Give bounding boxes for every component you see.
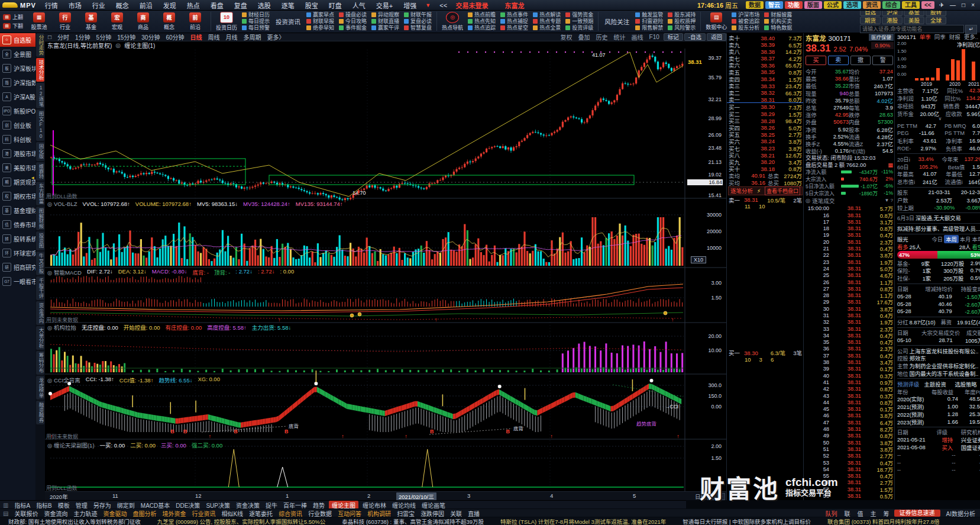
chart-button-叠加[interactable]: 叠加 — [575, 33, 593, 41]
ask-row[interactable]: 卖八38.3814.2万 — [727, 47, 804, 54]
sidebar-item-沪深A股[interactable]: A沪深A股∨ — [0, 89, 35, 104]
toolbar-link-一致预期[interactable]: 一致预期 — [565, 18, 593, 24]
vstrip-tab-龙虎榜单[interactable]: 龙虎榜单 — [36, 376, 44, 400]
trade-button-买[interactable]: 买 — [806, 56, 826, 65]
menu-collapse[interactable]: << — [434, 2, 452, 9]
toolbar-link-赢家早点[interactable]: 赢家早点 — [306, 12, 334, 18]
zoom-in-button[interactable]: + — [717, 493, 725, 500]
vstrip-tab-资金流向[interactable]: 资金流向 — [36, 301, 44, 325]
toolbar-link-财联直播[interactable]: 财联直播 — [371, 18, 399, 24]
toolbar-link-热点前瞻[interactable]: 热点前瞻 — [468, 12, 496, 18]
timeline-label[interactable]: 12 — [195, 492, 202, 499]
ask-row[interactable]: 卖六38.3665.6万 — [727, 61, 804, 68]
quick-button-<<[interactable]: << — [921, 1, 934, 9]
candlestick-chart[interactable]: 41.0714.70↑↑↑BBBBBB↑↑↑↑↑↑底背底背趋势底背→CCI — [45, 49, 726, 492]
toolbar-link-事件掘金[interactable]: 事件掘金 — [339, 25, 367, 31]
period-5分钟[interactable]: 5分钟 — [93, 33, 115, 41]
period-更多〉[interactable]: 更多〉 — [264, 33, 288, 41]
menu-人气[interactable]: 人气 — [347, 1, 371, 10]
timeline-label[interactable]: 2 — [367, 492, 370, 499]
search-input[interactable] — [860, 25, 964, 33]
sidebar-item-环球宏观[interactable]: 环环球宏观 — [0, 246, 35, 260]
chart-button-画线[interactable]: 画线 — [629, 33, 646, 41]
chart-button--自选[interactable]: -自选 — [684, 33, 706, 41]
trade-button-撤[interactable]: 撤 — [850, 56, 871, 65]
industry-tag[interactable]: 医疗保健 — [869, 34, 894, 41]
toolbar-link-财联早报[interactable]: 财联早报 — [306, 18, 334, 24]
view-depth-button[interactable]: 查看千档盘口 — [765, 186, 800, 195]
ask-row[interactable]: 卖四38.341.5万 — [727, 75, 804, 82]
sidebar-item-新股IPO[interactable]: IPO新股IPO — [0, 104, 35, 118]
timeline-label[interactable]: 3 — [467, 492, 470, 499]
toolbar-link-热点追踪[interactable]: 热点追踪 — [468, 25, 496, 31]
vstrip-tab-融资融券[interactable]: 融资融券 — [36, 401, 44, 424]
news-item[interactable]: 九芝堂 (000989) 公告, 控股股东、实际控制人李振国拟转让5.50%公 — [149, 517, 334, 525]
toolbar-link-异动观察[interactable]: 异动观察 — [371, 12, 399, 18]
quick-button-选项[interactable]: 选项 — [843, 1, 861, 9]
bid-row[interactable]: 买五38.252.7万 — [727, 130, 804, 137]
zoom-out-button[interactable]: − — [707, 493, 716, 500]
bid-row[interactable]: 买六38.243.8万 — [727, 137, 804, 144]
fin-tab-300171[interactable]: 300171 — [897, 34, 916, 40]
toolbar-link-热点先知[interactable]: 热点先知 — [468, 18, 496, 24]
chart-button-F10[interactable]: F10 — [646, 34, 662, 40]
toolbar-link-绝参早知[interactable]: 绝参早知 — [306, 25, 334, 31]
sidebar-item-债券市场[interactable]: 债债券市场 — [0, 217, 35, 231]
toolbar-link-热点事件[interactable]: 热点事件 — [500, 12, 528, 18]
news-item[interactable]: 联合集团 (00373) 料首四月纯利按年升27.8倍 — [819, 517, 948, 525]
ask-row[interactable]: 卖五38.350.8万 — [727, 68, 804, 75]
vstrip-tab-固化版[interactable]: 固化版 — [36, 142, 44, 161]
ask-row[interactable]: 卖七38.374.2万 — [727, 54, 804, 62]
toolbar-link-限售解禁[interactable]: 限售解禁 — [635, 25, 663, 31]
toolbar-link-被套追踪[interactable]: 被套追踪 — [732, 18, 759, 24]
toolbar-link-沪深市场[interactable]: 沪深市场 — [732, 12, 759, 18]
toolbar-link-每日预警[interactable]: 每日预警 — [242, 25, 270, 31]
toolbar-link-热点星空[interactable]: 热点星空 — [500, 25, 528, 31]
toolbar-big-行业[interactable]: 行行业 — [52, 10, 78, 33]
securities-info-button[interactable]: 证券信息速递 — [894, 510, 940, 517]
market-button-期货[interactable]: 期货 — [860, 17, 881, 24]
bid-row[interactable]: 买一38.307.3万 — [727, 103, 804, 110]
chart-button-返回[interactable]: 返回 — [707, 33, 726, 41]
menu-前沿[interactable]: 前沿 — [134, 1, 158, 10]
news-ticker[interactable]: 财政部: 国有土地使用权出让收入等划转税务部门征收九芝堂 (000989) 公告… — [0, 517, 980, 525]
bid-row[interactable]: 买四38.265.0万 — [727, 124, 804, 131]
market-button-全球[interactable]: 全球 — [926, 17, 946, 24]
toolbar-link-机构买卖[interactable]: 机构买卖 — [764, 18, 792, 24]
tick-analysis-bar[interactable]: 逐笔分析⚡查看千档盘口 — [728, 186, 803, 195]
toolbar-link-操盘必读[interactable]: 操盘必读 — [339, 12, 367, 18]
sidebar-item-自选股[interactable]: ☆自选股 — [0, 33, 35, 47]
toolbar-link-股权质押[interactable]: 股权质押 — [668, 18, 696, 24]
bid-row[interactable]: 买八38.2112.6万 — [727, 151, 804, 158]
toolbar-link-热点捕捉[interactable]: 热点捕捉 — [500, 18, 528, 24]
pager-上翻[interactable]: ▤上翻 — [3, 13, 23, 21]
vstrip-tab-大单分析[interactable]: 大单分析 — [36, 326, 44, 350]
chart-button-统计[interactable]: 统计 — [611, 33, 629, 41]
chart-mode-icon[interactable]: □ — [45, 34, 54, 40]
menu-增强[interactable]: 增强 — [398, 1, 422, 10]
bid-row[interactable]: 买三38.2898.4万 — [727, 117, 804, 124]
menu-看盘[interactable]: 看盘 — [205, 1, 229, 10]
ask-row[interactable]: 卖三38.3323.4万 — [727, 82, 804, 89]
toolbar-link-强势资金[interactable]: 强势资金 — [565, 12, 593, 18]
timeline-label[interactable]: 2020年 — [50, 492, 68, 501]
vstrip-tab-千股千评[interactable]: 千股千评 — [36, 276, 44, 300]
toolbar-link-智慧复盘[interactable]: 智慧复盘 — [404, 25, 432, 31]
sidebar-item-沪深板块[interactable]: 板沪深板块 — [0, 61, 35, 75]
timeline-label[interactable]: 2021/02/10/三 — [396, 492, 436, 501]
sidebar-item-期货现货[interactable]: 期期货现货 — [0, 175, 35, 189]
menu-行业[interactable]: 行业 — [87, 1, 111, 10]
overlay-icon[interactable]: ◎ — [115, 42, 121, 49]
menu-热点[interactable]: 热点 — [182, 1, 205, 10]
period-60分钟[interactable]: 60分钟 — [163, 33, 187, 41]
sidebar-item-沪深指数[interactable]: 指沪深指数 — [0, 75, 35, 89]
toolbar-link-财报披露[interactable]: 财报披露 — [764, 12, 792, 18]
toolbar-link-特色数据[interactable]: 特色数据 — [764, 25, 792, 31]
expand-chevron-icon[interactable]: ∨ — [897, 117, 980, 122]
timeline-label[interactable]: 11 — [112, 492, 118, 499]
market-button-美股[interactable]: 美股 — [904, 17, 924, 24]
news-item[interactable]: 特斯拉 (TSLA) 计划在7-8月将Model 3测试车返抵温, 准备在202… — [492, 517, 674, 525]
chart-button-标记[interactable]: 标记 — [664, 33, 683, 41]
toolbar-big-前沿[interactable]: 前前沿 — [182, 10, 208, 33]
vstrip-tab-分时走势[interactable]: 分时走势 — [36, 33, 44, 57]
